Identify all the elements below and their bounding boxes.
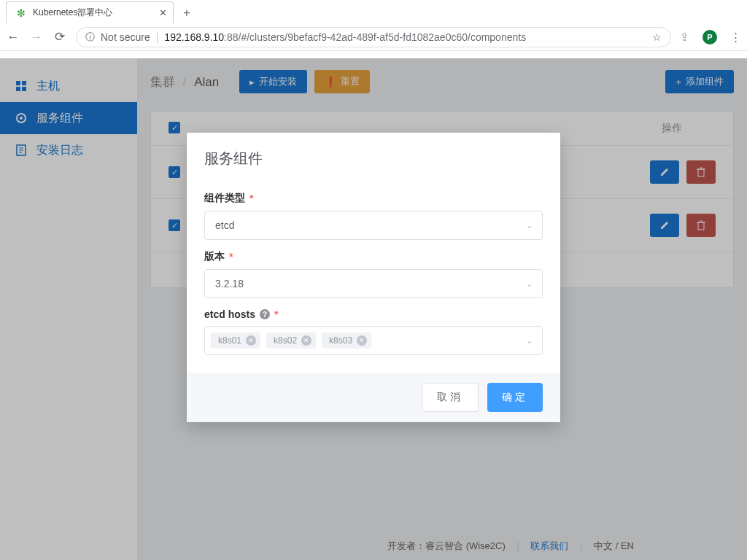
favicon-icon: ❇: [15, 7, 27, 19]
share-icon[interactable]: ⇪: [680, 31, 689, 44]
etcd-hosts-input[interactable]: k8s01 ✕ k8s02 ✕ k8s03 ✕ ⌄: [204, 326, 543, 355]
remove-tag-icon[interactable]: ✕: [246, 335, 256, 346]
host-tag: k8s01 ✕: [211, 332, 260, 349]
chevron-down-icon: ⌄: [526, 335, 533, 346]
profile-avatar[interactable]: P: [703, 30, 717, 44]
version-select[interactable]: 3.2.18 ⌄: [204, 269, 543, 298]
chevron-down-icon: ⌄: [526, 220, 533, 230]
tab-close-icon[interactable]: ✕: [159, 7, 167, 18]
component-modal: 服务组件 组件类型* etcd ⌄ 版本* 3.2.18 ⌄ etcd host…: [187, 133, 560, 422]
not-secure-label: Not secure: [101, 31, 150, 43]
url-text: 192.168.9.10:88/#/clusters/9befacf9-42ad…: [164, 31, 526, 43]
site-info-icon[interactable]: ⓘ: [85, 31, 95, 44]
modal-title: 服务组件: [187, 133, 560, 179]
nav-forward-icon: →: [29, 30, 44, 44]
nav-back-icon[interactable]: ←: [6, 30, 20, 44]
nav-reload-icon[interactable]: ⟳: [53, 29, 67, 44]
browser-toolbar: ← → ⟳ ⓘ Not secure | 192.168.9.10:88/#/c…: [0, 23, 747, 51]
help-icon[interactable]: ?: [260, 309, 270, 319]
label-version: 版本*: [204, 250, 543, 263]
host-tag: k8s03 ✕: [322, 332, 371, 349]
chevron-down-icon: ⌄: [526, 279, 533, 289]
confirm-button[interactable]: 确定: [487, 383, 543, 412]
remove-tag-icon[interactable]: ✕: [301, 335, 311, 346]
address-bar[interactable]: ⓘ Not secure | 192.168.9.10:88/#/cluster…: [76, 27, 671, 47]
host-tag: k8s02 ✕: [266, 332, 316, 349]
bookmark-icon[interactable]: ☆: [652, 31, 662, 43]
component-type-select[interactable]: etcd ⌄: [204, 211, 543, 240]
browser-tab-strip: ❇ Kubernetes部署中心 ✕ +: [0, 0, 747, 23]
browser-menu-icon[interactable]: ⋮: [730, 31, 741, 44]
label-etcd-hosts: etcd hosts ? *: [204, 308, 543, 320]
label-component-type: 组件类型*: [204, 192, 543, 205]
new-tab-button[interactable]: +: [177, 3, 197, 23]
cancel-button[interactable]: 取消: [422, 383, 479, 412]
tab-title: Kubernetes部署中心: [33, 7, 112, 19]
browser-tab[interactable]: ❇ Kubernetes部署中心 ✕: [6, 1, 174, 23]
remove-tag-icon[interactable]: ✕: [357, 335, 367, 346]
